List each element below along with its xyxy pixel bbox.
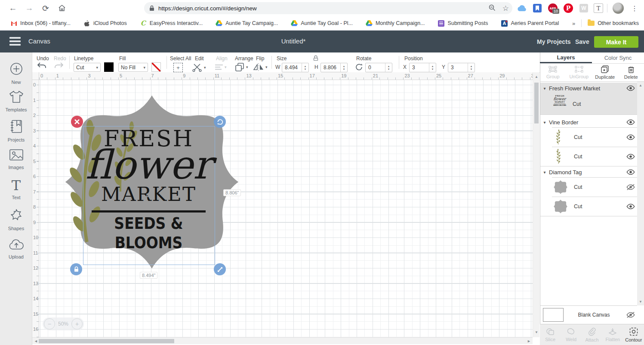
layers-scroll-down-icon[interactable]: ▼ xyxy=(639,300,642,304)
arrange-icon[interactable]: ▾ xyxy=(235,63,248,71)
blank-canvas-row[interactable]: Blank Canvas xyxy=(540,305,637,324)
visibility-eye-off-icon[interactable] xyxy=(624,311,637,318)
bookmark-item[interactable]: A Aeries Parent Portal xyxy=(501,20,559,27)
x-input[interactable]: 3 ▴▾ xyxy=(409,63,436,72)
sidebar-item-text[interactable]: T Text xyxy=(0,178,32,200)
layers-scrollbar[interactable]: ▲ ▼ xyxy=(637,82,644,305)
sidebar-item-upload[interactable]: Upload xyxy=(0,238,32,259)
other-bookmarks[interactable]: Other bookmarks xyxy=(588,20,639,26)
visibility-eye-icon[interactable] xyxy=(624,203,637,210)
sidebar-item-projects[interactable]: Projects xyxy=(0,120,32,142)
zoom-in-icon[interactable]: + xyxy=(71,318,83,330)
bookmark-item[interactable]: Submitting Posts xyxy=(438,20,488,27)
bookmark-extension-icon[interactable] xyxy=(532,3,543,14)
group-button[interactable]: Group xyxy=(540,64,566,81)
bookmark-item[interactable]: C EasyPress Interactiv... xyxy=(140,20,203,27)
visibility-eye-icon[interactable] xyxy=(624,119,637,126)
layer-group-diamond-tag[interactable]: ▾ Diamond Tag xyxy=(540,167,637,177)
browser-menu-icon[interactable]: ⋮ xyxy=(629,3,640,14)
rotate-stepper[interactable]: ▴▾ xyxy=(385,63,392,72)
scroll-left-icon[interactable]: ◄ xyxy=(34,339,38,343)
fill-dropdown[interactable]: No Fill ▾ xyxy=(118,63,148,72)
pinterest-extension-icon[interactable]: P xyxy=(563,3,574,14)
make-it-button[interactable]: Make It xyxy=(594,36,638,48)
bookmarks-overflow-icon[interactable]: » xyxy=(572,20,575,27)
zoom-out-icon[interactable]: − xyxy=(44,318,55,330)
delete-handle[interactable] xyxy=(71,116,83,128)
align-icon[interactable]: ▾ xyxy=(215,64,227,70)
rotate-icon[interactable] xyxy=(355,63,363,71)
layer-group-vine-border[interactable]: ▾ Vine Border xyxy=(540,117,637,127)
menu-hamburger-icon[interactable] xyxy=(9,37,21,46)
rotate-handle[interactable] xyxy=(214,116,226,128)
bookmark-item[interactable]: iCloud Photos xyxy=(83,20,127,27)
slice-button[interactable]: Slice xyxy=(540,324,561,345)
my-projects-button[interactable]: My Projects xyxy=(537,38,571,45)
tab-color-sync[interactable]: Color Sync xyxy=(592,52,644,63)
lock-handle[interactable] xyxy=(70,263,82,275)
bookmark-item[interactable]: Inbox (506) - tiffany... xyxy=(10,20,71,27)
bookmark-star-icon[interactable]: ☆ xyxy=(502,4,509,13)
fill-color-swatch[interactable] xyxy=(151,62,161,72)
width-input[interactable]: 8.494 ▴▾ xyxy=(282,63,309,72)
bookmark-item[interactable]: Auntie Tay Goal - Pl... xyxy=(291,20,353,27)
home-icon[interactable] xyxy=(56,2,68,14)
flip-icon[interactable]: ▾ xyxy=(253,63,268,71)
y-stepper[interactable]: ▴▾ xyxy=(468,63,475,72)
back-icon[interactable]: ← xyxy=(7,2,19,14)
linetype-dropdown[interactable]: Cut ▾ xyxy=(74,63,101,72)
visibility-eye-icon[interactable] xyxy=(624,134,637,141)
delete-button[interactable]: Delete xyxy=(618,64,644,81)
x-stepper[interactable]: ▴▾ xyxy=(429,63,436,72)
tab-layers[interactable]: Layers xyxy=(540,52,592,63)
bookmark-item[interactable]: Monthly Campaign... xyxy=(366,20,425,27)
group-chevron-icon[interactable]: ▾ xyxy=(540,170,549,175)
scroll-up-icon[interactable]: ▲ xyxy=(535,75,538,79)
horizontal-scrollbar[interactable]: ◄ ► xyxy=(32,337,533,344)
zoom-out-page-icon[interactable] xyxy=(489,4,496,12)
adblock-extension-icon[interactable]: ABP 10 xyxy=(547,3,558,14)
visibility-eye-icon[interactable] xyxy=(624,169,637,176)
width-stepper[interactable]: ▴▾ xyxy=(302,63,308,72)
layer-row-cut-vine-2[interactable]: Cut xyxy=(540,147,637,166)
layer-row-cut-tag-1[interactable]: Cut xyxy=(540,177,637,197)
bookmark-item[interactable]: Auntie Tay Campaig... xyxy=(216,20,278,27)
height-stepper[interactable]: ▴▾ xyxy=(340,63,347,72)
vertical-scrollbar[interactable]: ▲ ▼ xyxy=(533,72,539,337)
layer-row-cut-vine-1[interactable]: Cut xyxy=(540,127,637,147)
visibility-eye-off-icon[interactable] xyxy=(624,184,637,191)
height-input[interactable]: 8.806 ▴▾ xyxy=(320,63,348,72)
edit-scissors-icon[interactable]: ▾ xyxy=(192,63,206,72)
undo-icon[interactable] xyxy=(37,62,47,70)
vertical-scrollbar-thumb[interactable] xyxy=(534,83,539,123)
visibility-eye-icon[interactable] xyxy=(624,153,637,160)
sidebar-item-new[interactable]: New xyxy=(0,62,32,85)
rotate-input[interactable]: 0 ▴▾ xyxy=(365,63,392,72)
flatten-button[interactable]: Flatten xyxy=(602,324,623,345)
sidebar-item-templates[interactable]: Templates xyxy=(0,90,32,112)
group-chevron-icon[interactable]: ▾ xyxy=(540,86,549,91)
linetype-color-swatch[interactable] xyxy=(104,62,114,72)
weld-button[interactable]: Weld xyxy=(561,324,581,345)
layer-row-cut-tag-2[interactable]: Cut xyxy=(540,197,637,216)
attach-button[interactable]: Attach xyxy=(582,324,602,345)
icloud-extension-icon[interactable] xyxy=(516,3,527,14)
group-chevron-icon[interactable]: ▾ xyxy=(540,120,549,125)
resize-handle[interactable] xyxy=(214,263,226,275)
blank-canvas-swatch[interactable] xyxy=(543,308,564,322)
contour-button[interactable]: Contour xyxy=(623,324,644,345)
save-button[interactable]: Save xyxy=(575,38,589,45)
visibility-eye-icon[interactable] xyxy=(624,85,637,92)
canvas-viewport[interactable]: FRESH flower MARKET SEEDS & BLOOMS + 8.8… xyxy=(39,80,533,337)
ungroup-button[interactable]: UnGroup xyxy=(566,64,592,81)
scroll-down-icon[interactable]: ▼ xyxy=(535,330,538,334)
sidebar-item-shapes[interactable]: Shapes xyxy=(0,208,32,231)
y-input[interactable]: 3 ▴▾ xyxy=(448,63,475,72)
reload-icon[interactable]: ⟳ xyxy=(40,2,52,14)
t-extension-icon[interactable]: T xyxy=(593,3,604,14)
layers-scroll-up-icon[interactable]: ▲ xyxy=(639,83,642,87)
layer-row-cut-design[interactable]: FRESH flower MARKET SEEDS & BLOOMS Cut xyxy=(540,94,637,114)
sidebar-item-images[interactable]: Images xyxy=(0,149,32,170)
select-all-icon[interactable]: + xyxy=(173,63,183,72)
horizontal-scrollbar-thumb[interactable] xyxy=(39,339,174,343)
